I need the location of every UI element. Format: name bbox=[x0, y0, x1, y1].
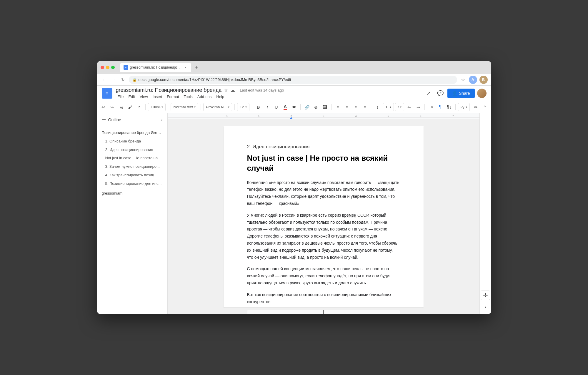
paragraph-2-underlined: времён bbox=[342, 213, 356, 218]
menu-help[interactable]: Help bbox=[214, 94, 226, 99]
share-button[interactable]: 👤 Share bbox=[447, 89, 474, 98]
menu-view[interactable]: View bbox=[138, 94, 150, 99]
bulleted-list-dropdown[interactable]: • ▾ bbox=[395, 103, 404, 111]
menu-tools[interactable]: Tools bbox=[182, 94, 194, 99]
outline-item-5[interactable]: 4. Как транслировать позиц... bbox=[97, 171, 167, 180]
analytics-icon[interactable]: ↗ bbox=[424, 89, 433, 98]
tab-label: gressomiami.ru: Позиционирс... bbox=[130, 65, 181, 69]
sidebar-header: ☰ Outline ‹ bbox=[97, 113, 167, 126]
bold-button[interactable]: B bbox=[254, 103, 262, 111]
print-button[interactable]: 🖨 bbox=[117, 103, 125, 111]
outline-item-0[interactable]: Позиционирование бренда Gress... bbox=[97, 129, 167, 137]
menu-edit[interactable]: Edit bbox=[126, 94, 136, 99]
cloud-icon[interactable]: ☁ bbox=[230, 87, 235, 93]
paragraph-1: Концепция «не просто на всякий случай» п… bbox=[247, 179, 400, 207]
tab-close-button[interactable]: × bbox=[184, 65, 188, 69]
insert-image-button[interactable]: 🖼 bbox=[321, 103, 329, 111]
user-avatar[interactable] bbox=[477, 89, 487, 98]
close-button[interactable] bbox=[101, 66, 104, 69]
sidebar-title: Outline bbox=[108, 117, 159, 122]
lock-icon: 🔒 bbox=[132, 78, 137, 82]
menu-addons[interactable]: Add-ons bbox=[196, 94, 213, 99]
outline-item-brand[interactable]: gressomiami bbox=[97, 189, 167, 198]
outline-item-3[interactable]: Not just in case | Не просто на вс... bbox=[97, 154, 167, 162]
forward-button[interactable]: → bbox=[110, 76, 117, 83]
back-button[interactable]: ← bbox=[101, 76, 108, 83]
text-color-button[interactable]: A bbox=[281, 103, 289, 111]
increase-indent-button[interactable]: ⇒ bbox=[414, 103, 422, 111]
size-dropdown[interactable]: 12 ▾ bbox=[237, 103, 249, 111]
align-justify-button[interactable]: ≡ bbox=[361, 103, 369, 111]
star-icon[interactable]: ☆ bbox=[224, 87, 228, 93]
expand-panel-button[interactable]: › bbox=[481, 302, 490, 312]
right-panel: ✛ › bbox=[479, 113, 491, 314]
url-text: docs.google.com/document/d/1HxzPI01WtJJf… bbox=[139, 77, 291, 82]
new-tab-button[interactable]: + bbox=[192, 63, 201, 72]
comments-icon[interactable]: 💬 bbox=[436, 89, 445, 98]
share-icon: 👤 bbox=[452, 91, 457, 96]
align-right-button[interactable]: ≡ bbox=[352, 103, 360, 111]
document-title[interactable]: gressomiami.ru: Позиционирование бренда bbox=[116, 87, 222, 93]
more-options-dropdown[interactable]: Ру ▾ bbox=[458, 103, 470, 111]
paint-format-button[interactable]: 🖌 bbox=[126, 103, 134, 111]
tab-bar: ≡ gressomiami.ru: Позиционирс... × + bbox=[120, 63, 488, 72]
sidebar-collapse-button[interactable]: ‹ bbox=[161, 117, 163, 122]
size-arrow: ▾ bbox=[245, 105, 247, 109]
insert-special-button[interactable]: ⊕ bbox=[312, 103, 320, 111]
main-heading: Not just in case | Не просто на всякий с… bbox=[247, 153, 400, 173]
underline-button[interactable]: U bbox=[272, 103, 280, 111]
chart-area: 50s casetify bbox=[247, 310, 400, 314]
align-left-button[interactable]: ≡ bbox=[334, 103, 342, 111]
bookmark-icon[interactable]: ☆ bbox=[459, 76, 467, 83]
traffic-lights bbox=[101, 66, 115, 69]
content-area: ☰ Outline ‹ Позиционирование бренда Gres… bbox=[97, 113, 491, 314]
url-bar[interactable]: 🔒 docs.google.com/document/d/1HxzPI01WtJ… bbox=[129, 76, 457, 84]
menu-format[interactable]: Format bbox=[165, 94, 181, 99]
address-bar: ← → ↻ 🔒 docs.google.com/document/d/1HxzP… bbox=[97, 74, 491, 86]
outline-item-1[interactable]: 1. Описание бренда bbox=[97, 137, 167, 146]
align-center-button[interactable]: ≡ bbox=[343, 103, 351, 111]
highlight-button[interactable]: ✏ bbox=[290, 103, 298, 111]
svg-text:6: 6 bbox=[420, 115, 421, 117]
outline-item-6[interactable]: 5. Позиционирование для инс... bbox=[97, 180, 167, 188]
decrease-indent-button[interactable]: ⇐ bbox=[405, 103, 413, 111]
outline-icon: ☰ bbox=[102, 117, 106, 122]
style-dropdown[interactable]: Normal text ▾ bbox=[171, 103, 198, 111]
minimize-button[interactable] bbox=[106, 66, 109, 69]
separator2 bbox=[168, 104, 168, 110]
italic-button[interactable]: I bbox=[263, 103, 271, 111]
clear-format-button[interactable]: T× bbox=[427, 103, 435, 111]
edit-mode-button[interactable]: ✏ bbox=[472, 103, 480, 111]
fullscreen-button[interactable] bbox=[111, 66, 115, 69]
link-button[interactable]: 🔗 bbox=[303, 103, 311, 111]
paragraph-indent-button[interactable]: ¶↓ bbox=[445, 103, 453, 111]
title-bar: ≡ gressomiami.ru: Позиционирс... × + bbox=[97, 61, 491, 74]
user-avatar-small[interactable]: A bbox=[469, 76, 477, 84]
undo-button[interactable]: ↩ bbox=[99, 103, 107, 111]
ruler-area: -1 1 2 3 4 5 6 7 2. Идея позиционировани… bbox=[168, 113, 479, 314]
zoom-dropdown[interactable]: 100% ▾ bbox=[148, 103, 166, 111]
separator8 bbox=[371, 104, 371, 110]
user-avatar-2[interactable]: B bbox=[479, 76, 488, 84]
docs-title-row: gressomiami.ru: Позиционирование бренда … bbox=[116, 87, 421, 93]
last-edit-text: Last edit was 14 days ago bbox=[240, 88, 284, 92]
separator7 bbox=[331, 104, 332, 110]
add-note-button[interactable]: ✛ bbox=[481, 291, 490, 300]
line-spacing-button[interactable]: ↕ bbox=[374, 103, 382, 111]
numbered-list-dropdown[interactable]: 1. ▾ bbox=[383, 103, 394, 111]
outline-item-2[interactable]: 2. Идея позиционирования bbox=[97, 146, 167, 154]
document-scroll-area[interactable]: 2. Идея позиционирования Not just in cas… bbox=[168, 119, 479, 314]
redo-button[interactable]: ↪ bbox=[108, 103, 116, 111]
font-dropdown[interactable]: Proxima N... ▾ bbox=[203, 103, 232, 111]
refresh-button[interactable]: ↻ bbox=[119, 76, 126, 83]
menu-file[interactable]: File bbox=[116, 94, 126, 99]
format-clear-button2[interactable]: ↺ bbox=[135, 103, 143, 111]
active-tab[interactable]: ≡ gressomiami.ru: Позиционирс... × bbox=[120, 63, 191, 72]
separator4 bbox=[234, 104, 235, 110]
docs-logo: ≡ bbox=[102, 88, 112, 99]
menu-insert[interactable]: Insert bbox=[151, 94, 164, 99]
paragraph-style-button[interactable]: ¶ bbox=[436, 103, 444, 111]
outline-item-4[interactable]: 3. Зачем нужно позиционирo... bbox=[97, 162, 167, 171]
collapse-toolbar-button[interactable]: ⌃ bbox=[481, 103, 489, 111]
toolbar: ↩ ↪ 🖨 🖌 ↺ 100% ▾ Normal text ▾ Proxima N… bbox=[97, 101, 491, 113]
